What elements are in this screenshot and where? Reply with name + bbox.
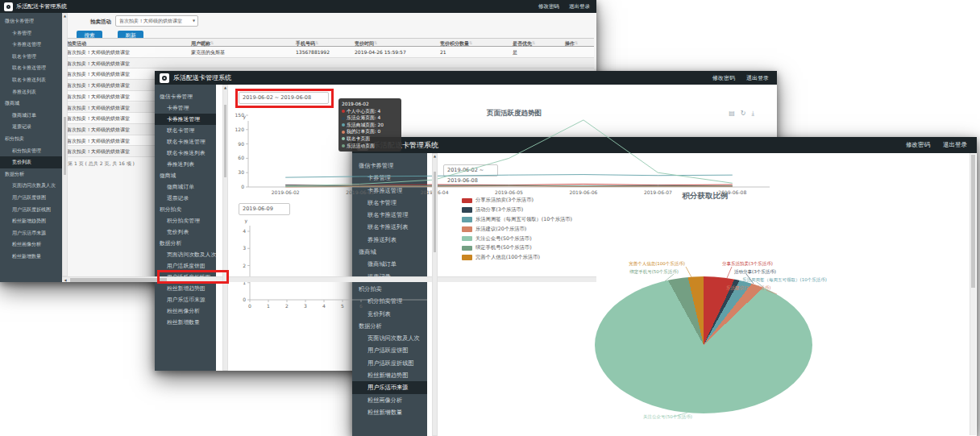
sidebar-item[interactable]: 微商城订单 [352,258,427,270]
scroll-thumb[interactable] [224,105,226,177]
sidebar-group[interactable]: 微商城 [155,170,216,181]
sidebar-item[interactable]: 粉丝新增数量 [0,251,62,263]
sidebar-group[interactable]: 微信卡券管理 [352,160,427,172]
sidebar-item[interactable]: 粉丝画像分析 [352,394,427,406]
sidebar-item[interactable]: 粉丝新增趋势图 [155,283,216,294]
sidebar-group[interactable]: 积分拍卖 [155,204,216,215]
sidebar-item[interactable]: 联名卡管理 [0,51,62,63]
svg-text:120: 120 [235,127,245,132]
sidebar-item[interactable]: 联名卡管理 [155,125,216,136]
tooltip-date: 2019-06-02 [342,101,398,108]
legend-item[interactable]: 分享乐活拍卖(3个乐活币) [462,196,572,206]
sidebar-item[interactable]: 粉丝新增数量 [155,317,216,328]
legend-item[interactable]: 乐活建议(20个乐活币) [462,224,572,234]
scroll-up-icon[interactable]: ▲ [223,85,227,90]
sidebar-item[interactable]: 券推送列表 [0,86,62,98]
tooltip-item: 联名卡页面 [342,135,398,143]
scroll-up-icon[interactable]: ▲ [433,154,437,159]
scroll-thumb[interactable] [434,172,436,252]
sidebar-item[interactable]: 用户乐活币来源 [155,294,216,305]
pie-slice-label: 乐活周周签（每周五可领取）(10个乐活币) [742,277,827,283]
date-range-input[interactable]: 2019-06-02 ~ 2019-06-08 [443,164,498,176]
sidebar-item[interactable]: 粉丝画像分析 [0,239,62,251]
legend-item[interactable]: 活动分享(3个乐活币) [462,206,572,215]
sidebar-item[interactable]: 粉丝新增趋势图 [0,215,62,227]
logout-link[interactable]: 退出登录 [943,141,967,149]
sidebar-item[interactable]: 联名卡推送管理 [352,209,427,221]
sidebar-item[interactable]: 微商城订单 [155,181,216,193]
toolbox-download-icon[interactable]: ⤓ [751,110,754,118]
sidebar-item[interactable]: 用户乐活币来源 [352,381,427,393]
sidebar-item[interactable]: 页面访问次数及人次 [352,332,427,344]
sidebar-item[interactable]: 用户活跃度折线图 [352,357,427,369]
logout-link[interactable]: 退出登录 [746,74,769,82]
vertical-scrollbar[interactable]: ▲ [222,85,228,371]
legend-item[interactable]: 关注公众号(50个乐活币) [462,234,572,243]
toolbox-restore-icon[interactable]: ↻ [741,110,746,118]
toolbox-data-view-icon[interactable]: ▤ [729,110,735,118]
sidebar-item[interactable]: 卡券管理 [352,172,427,184]
sidebar-item[interactable]: 用户活跃度饼图 [352,344,427,356]
sidebar-item[interactable]: 积分拍卖管理 [155,215,216,226]
change-password-link[interactable]: 修改密码 [712,74,735,82]
date-input-second[interactable]: 2019-06-09 [239,203,290,215]
sidebar-item[interactable]: 卡券管理 [0,27,62,39]
scroll-thumb[interactable] [64,117,66,175]
sidebar-item[interactable]: 竞价列表 [352,308,427,320]
sidebar-item[interactable]: 退票记录 [155,193,216,204]
sidebar-item[interactable]: 竞价列表 [155,226,216,238]
sidebar-item[interactable]: 积分拍卖管理 [352,295,427,307]
scroll-thumb[interactable] [70,278,167,282]
sidebar-item[interactable]: 用户乐活币来源 [0,227,62,239]
sidebar-item[interactable]: 微商城订单 [0,110,62,122]
pie-slice-label: 关注公众号(50个乐活币) [643,414,692,420]
sidebar-item[interactable]: 券推送列表 [352,234,427,246]
horizontal-scrollbar[interactable]: ◀ [62,276,596,282]
sidebar-item[interactable]: 用户活跃度折线图 [0,204,62,216]
legend-item[interactable]: 乐活周周签（每周五可领取）(10个乐活币) [462,215,572,225]
vertical-scrollbar[interactable]: ▲ [432,153,438,436]
logout-link[interactable]: 退出登录 [569,3,590,10]
sidebar-group[interactable]: 数据分析 [155,238,216,249]
sidebar-item[interactable]: 粉丝新增数量 [352,406,427,418]
sidebar-item[interactable]: 粉丝画像分析 [155,305,216,317]
scroll-left-icon[interactable]: ◀ [62,277,69,282]
sidebar-item[interactable]: 联名卡推送管理 [0,62,62,74]
sidebar-item[interactable]: 联名卡推送管理 [155,136,216,147]
sidebar-item[interactable]: 积分拍卖管理 [0,145,62,157]
sidebar-item[interactable]: 用户活跃度饼图 [0,192,62,204]
sidebar-item[interactable]: 卡券推送管理 [155,114,216,125]
sidebar-group[interactable]: 数据分析 [0,168,62,181]
legend-item[interactable]: 完善个人信息(100个乐活币) [462,253,572,263]
sidebar-item[interactable]: 退票记录 [0,121,62,133]
sidebar-group[interactable]: 微商城 [352,246,427,258]
sidebar-item[interactable]: 联名卡推送列表 [155,147,216,159]
sidebar-item[interactable]: 粉丝新增趋势图 [352,369,427,381]
window-scrollbar[interactable] [970,153,976,435]
sidebar-group[interactable]: 积分拍卖 [0,133,62,145]
sidebar-item[interactable]: 卡券管理 [155,102,216,114]
change-password-link[interactable]: 修改密码 [538,3,559,10]
sidebar-item[interactable]: 联名卡推送列表 [0,74,62,86]
series-dot-icon [342,123,345,127]
scroll-thumb[interactable] [971,155,975,288]
sidebar-group[interactable]: 微信卡券管理 [155,91,216,102]
scroll-up-icon[interactable]: ▲ [63,14,67,19]
sidebar-item[interactable]: 页面访问次数及人次 [155,249,216,260]
sidebar-group[interactable]: 数据分析 [352,320,427,332]
sidebar-group[interactable]: 微商城 [0,98,62,110]
legend-item[interactable]: 绑定手机号(50个乐活币) [462,243,572,253]
sidebar-item[interactable]: 联名卡推送列表 [352,221,427,233]
sidebar-item[interactable]: 竞价列表 [0,156,62,168]
sidebar-item[interactable]: 联名卡管理 [352,197,427,209]
sidebar-item[interactable]: 用户活跃度折线图 [155,272,216,283]
auction-select[interactable]: 首次拍卖！大师级的烘焙课堂▼ [115,15,198,27]
sidebar-item[interactable]: 券推送列表 [155,159,216,170]
sidebar-group[interactable]: 积分拍卖 [352,283,427,295]
change-password-link[interactable]: 修改密码 [906,141,930,149]
sidebar-item[interactable]: 卡券推送管理 [0,39,62,51]
sidebar-item[interactable]: 卡券推送管理 [352,185,427,197]
vertical-scrollbar[interactable]: ▲ [62,13,68,276]
sidebar-item[interactable]: 页面访问次数及人次 [0,180,62,192]
sidebar-group[interactable]: 微信卡券管理 [0,15,62,27]
